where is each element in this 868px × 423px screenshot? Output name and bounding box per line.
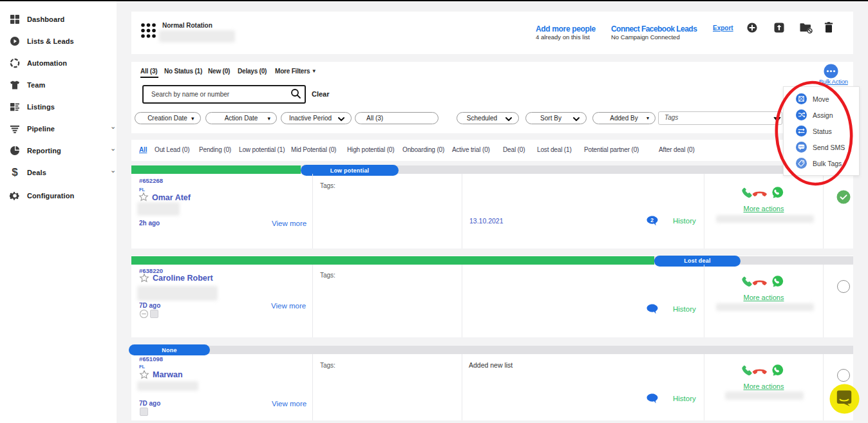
svg-text:2: 2 xyxy=(650,217,654,223)
